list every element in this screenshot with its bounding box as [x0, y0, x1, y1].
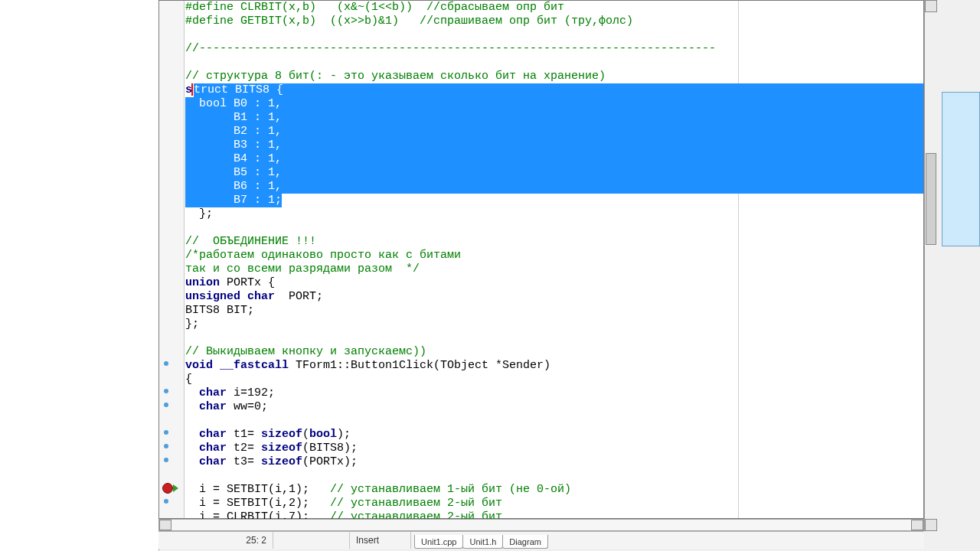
editor-tabs: Unit1.cppUnit1.hDiagram: [411, 532, 547, 549]
code-line: char t3= sizeof(PORTx);: [184, 455, 923, 469]
file-tab[interactable]: Unit1.h: [462, 535, 503, 549]
executable-line-dot[interactable]: [164, 499, 168, 504]
code-line: };: [184, 207, 923, 221]
executable-line-dot[interactable]: [164, 361, 168, 366]
editor-gutter: [159, 1, 185, 518]
code-line: #define CLRBIT(x,b) (x&~(1<<b)) //сбрасы…: [184, 1, 923, 15]
code-line: i = SETBIT(i,1); // устанавливаем 1-ый б…: [184, 483, 923, 497]
modified-indicator: [273, 532, 350, 549]
executable-line-dot[interactable]: [164, 389, 168, 393]
code-line: так и со всеми разрядами разом */: [184, 262, 923, 276]
hscroll-track[interactable]: [172, 520, 911, 530]
code-line: BITS8 BIT;: [184, 304, 923, 318]
scroll-up-button[interactable]: [925, 0, 937, 12]
code-line: // структура 8 бит(: - это указываем ско…: [184, 70, 923, 83]
code-line: [184, 331, 923, 345]
execution-pointer-icon: [173, 484, 178, 492]
code-line: bool B0 : 1,: [184, 97, 923, 111]
code-line: char ww=0;: [184, 400, 923, 414]
code-line: char t1= sizeof(bool);: [184, 428, 923, 442]
code-line: [184, 28, 923, 42]
status-bar: 25: 2 Insert Unit1.cppUnit1.hDiagram: [158, 531, 924, 549]
file-tab[interactable]: Diagram: [502, 535, 548, 549]
code-area[interactable]: #define CLRBIT(x,b) (x&~(1<<b)) //сбрасы…: [184, 1, 923, 518]
scroll-thumb[interactable]: [926, 153, 936, 245]
scroll-left-button[interactable]: [159, 520, 172, 530]
executable-line-dot[interactable]: [164, 458, 168, 462]
code-line: B5 : 1,: [184, 166, 923, 180]
code-editor[interactable]: #define CLRBIT(x,b) (x&~(1<<b)) //сбрасы…: [158, 0, 924, 519]
scroll-down-button[interactable]: [925, 519, 937, 531]
code-line: [184, 221, 923, 235]
code-line: //--------------------------------------…: [184, 42, 923, 56]
executable-line-dot[interactable]: [164, 403, 168, 407]
code-line: B7 : 1;: [184, 194, 923, 207]
code-line: char i=192;: [184, 386, 923, 400]
code-line: };: [184, 318, 923, 331]
scroll-right-button[interactable]: [911, 520, 923, 530]
file-tab[interactable]: Unit1.cpp: [414, 535, 463, 549]
cursor-position: 25: 2: [158, 532, 273, 549]
insert-mode: Insert: [350, 532, 411, 549]
code-line: char t2= sizeof(BITS8);: [184, 442, 923, 455]
ide-window: #define CLRBIT(x,b) (x&~(1<<b)) //сбрасы…: [0, 0, 980, 551]
code-line: [184, 56, 923, 70]
executable-line-dot[interactable]: [164, 430, 168, 435]
horizontal-scrollbar[interactable]: [158, 519, 924, 531]
code-line: [184, 414, 923, 428]
code-line: B1 : 1,: [184, 111, 923, 125]
code-line: // Выкидываем кнопку и запускаемс)): [184, 345, 923, 359]
code-line: #define GETBIT(x,b) ((x>>b)&1) //спрашив…: [184, 15, 923, 28]
executable-line-dot[interactable]: [164, 444, 168, 448]
code-line: struct BITS8 {: [184, 83, 923, 97]
code-line: union PORTx {: [184, 276, 923, 290]
code-line: B2 : 1,: [184, 125, 923, 139]
code-line: B4 : 1,: [184, 152, 923, 166]
code-line: /*работаем одинаково просто как с битами: [184, 249, 923, 262]
code-line: // ОБЪЕДИНЕНИЕ !!!: [184, 235, 923, 249]
code-line: B3 : 1,: [184, 139, 923, 152]
vertical-scrollbar[interactable]: [924, 0, 937, 531]
code-line: [184, 469, 923, 483]
code-line: {: [184, 373, 923, 386]
code-line: void __fastcall TForm1::Button1Click(TOb…: [184, 359, 923, 373]
code-line: B6 : 1,: [184, 180, 923, 194]
background-window: [942, 92, 980, 246]
left-panel: [0, 0, 159, 551]
code-line: unsigned char PORT;: [184, 290, 923, 304]
breakpoint-icon[interactable]: [162, 483, 173, 494]
code-line: i = SETBIT(i,2); // устанавливаем 2-ый б…: [184, 497, 923, 510]
